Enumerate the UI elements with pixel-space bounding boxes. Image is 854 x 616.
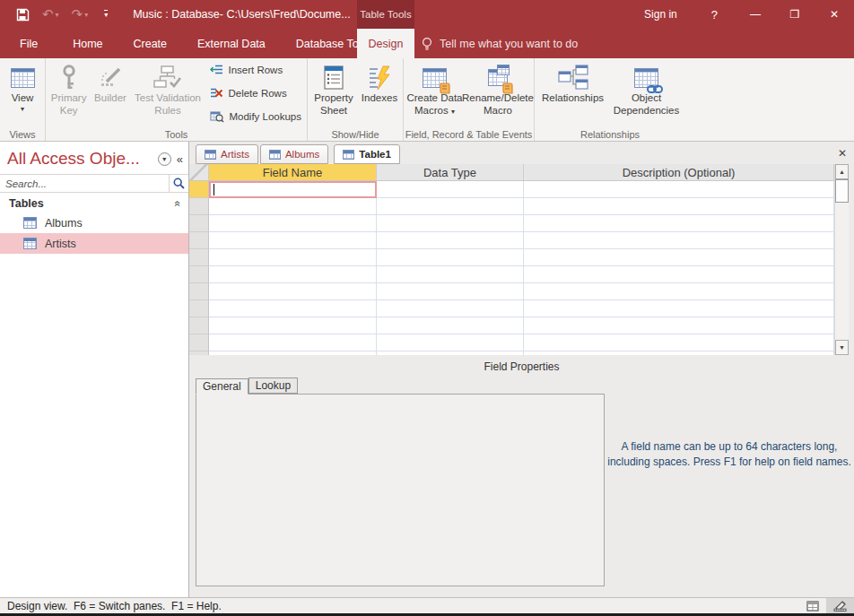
field-name-cell[interactable] xyxy=(209,334,377,351)
tab-general[interactable]: General xyxy=(196,378,248,395)
field-name-cell[interactable] xyxy=(209,215,377,232)
tables-group-label: Tables xyxy=(9,197,175,210)
object-dependencies-button[interactable]: Object Dependencies xyxy=(609,60,684,126)
description-cell[interactable] xyxy=(524,334,834,351)
description-column-header[interactable]: Description (Optional) xyxy=(524,164,834,181)
view-button[interactable]: View ▾ xyxy=(2,60,43,126)
tab-file[interactable]: File xyxy=(0,29,57,58)
close-document-icon[interactable]: ✕ xyxy=(838,147,847,160)
tab-home[interactable]: Home xyxy=(57,29,118,58)
search-input[interactable] xyxy=(0,175,169,192)
scroll-up-icon[interactable]: ▲ xyxy=(835,164,849,179)
row-selector[interactable] xyxy=(189,215,209,232)
field-name-cell[interactable] xyxy=(209,249,377,266)
row-selector[interactable] xyxy=(189,283,209,300)
field-name-cell[interactable] xyxy=(209,283,377,300)
doc-tab-table1[interactable]: Table1 xyxy=(334,144,400,164)
field-name-column-header[interactable]: Field Name xyxy=(209,164,377,181)
tables-group-header[interactable]: Tables « xyxy=(0,193,188,213)
row-selector[interactable] xyxy=(189,300,209,317)
data-type-cell[interactable] xyxy=(377,232,524,249)
row-selector[interactable] xyxy=(189,249,209,266)
redo-button[interactable]: ↷▾ xyxy=(72,6,89,22)
nav-item-albums[interactable]: Albums xyxy=(0,213,188,233)
data-type-cell[interactable] xyxy=(377,198,524,215)
modify-lookups-button[interactable]: Modify Lookups xyxy=(210,110,301,123)
customize-qat-icon[interactable]: ▾ xyxy=(104,10,108,19)
indexes-button[interactable]: Indexes xyxy=(358,60,401,126)
datasheet-view-icon xyxy=(806,601,819,612)
row-selector[interactable] xyxy=(189,181,209,198)
primary-key-button[interactable]: Primary Key xyxy=(48,60,90,126)
row-selector[interactable] xyxy=(189,232,209,249)
sign-in-link[interactable]: Sign in xyxy=(628,8,693,21)
property-sheet-button[interactable]: Property Sheet xyxy=(309,60,358,126)
row-selector[interactable] xyxy=(189,198,209,215)
delete-rows-button[interactable]: Delete Rows xyxy=(210,87,301,99)
data-type-cell[interactable] xyxy=(377,334,524,351)
description-cell[interactable] xyxy=(524,266,834,283)
row-selector[interactable] xyxy=(189,266,209,283)
data-type-cell[interactable] xyxy=(377,215,524,232)
test-validation-rules-button[interactable]: Test Validation Rules xyxy=(131,60,205,126)
close-button[interactable]: ✕ xyxy=(815,0,854,29)
create-data-macros-button[interactable]: Create Data Macros ▾ xyxy=(405,60,464,126)
description-cell[interactable] xyxy=(524,300,834,317)
description-cell[interactable] xyxy=(524,317,834,334)
ribbon-group-frte: Create Data Macros ▾ Rename/Delete Macro… xyxy=(404,58,535,141)
search-button[interactable] xyxy=(169,175,188,192)
field-name-cell[interactable] xyxy=(209,232,377,249)
nav-item-label: Albums xyxy=(45,217,83,230)
field-name-cell-active[interactable] xyxy=(209,181,377,198)
data-type-cell[interactable] xyxy=(377,283,524,300)
insert-rows-button[interactable]: Insert Rows xyxy=(210,64,301,75)
tab-external-data[interactable]: External Data xyxy=(182,29,281,58)
grid-corner-cell xyxy=(189,164,209,181)
vertical-scrollbar[interactable]: ▲ ▼ xyxy=(834,164,849,355)
field-name-cell[interactable] xyxy=(209,300,377,317)
tell-me-box[interactable]: Tell me what you want to do xyxy=(422,29,578,58)
general-properties-panel[interactable] xyxy=(196,394,605,586)
data-type-cell[interactable] xyxy=(377,249,524,266)
data-type-cell[interactable] xyxy=(377,266,524,283)
description-cell[interactable] xyxy=(524,181,834,198)
restore-button[interactable]: ❐ xyxy=(775,0,815,29)
builder-button[interactable]: Builder xyxy=(90,60,130,126)
field-name-cell[interactable] xyxy=(209,266,377,283)
description-cell[interactable] xyxy=(524,283,834,300)
data-type-column-header[interactable]: Data Type xyxy=(377,164,524,181)
minimize-button[interactable]: — xyxy=(736,0,775,29)
description-cell[interactable] xyxy=(524,215,834,232)
undo-button[interactable]: ↶▾ xyxy=(42,6,59,22)
save-icon[interactable] xyxy=(16,8,30,22)
test-validation-icon xyxy=(152,65,183,91)
collapse-group-icon[interactable]: « xyxy=(172,201,185,207)
tab-lookup[interactable]: Lookup xyxy=(248,377,298,394)
description-cell[interactable] xyxy=(524,232,834,249)
data-type-cell[interactable] xyxy=(377,317,524,334)
help-button[interactable]: ? xyxy=(693,8,736,22)
nav-menu-dropdown-icon[interactable]: ▼ xyxy=(158,152,171,166)
description-cell[interactable] xyxy=(524,198,834,215)
data-type-cell[interactable] xyxy=(377,300,524,317)
row-selector[interactable] xyxy=(189,317,209,334)
doc-tab-artists[interactable]: Artists xyxy=(196,144,258,164)
tab-create[interactable]: Create xyxy=(118,29,183,58)
rename-delete-macro-button[interactable]: Rename/Delete Macro xyxy=(464,60,532,126)
nav-item-artists[interactable]: Artists xyxy=(0,233,188,254)
tab-design[interactable]: Design xyxy=(357,29,414,58)
doc-tab-albums[interactable]: Albums xyxy=(260,144,328,164)
data-type-cell[interactable] xyxy=(377,181,524,198)
design-view-button[interactable] xyxy=(826,598,854,613)
description-cell[interactable] xyxy=(524,249,834,266)
undo-icon: ↶ xyxy=(42,6,54,22)
shutter-bar-collapse-icon[interactable]: « xyxy=(177,152,183,166)
datasheet-view-button[interactable] xyxy=(798,598,826,613)
field-name-cell[interactable] xyxy=(209,317,377,334)
relationships-button[interactable]: Relationships xyxy=(536,60,609,126)
scrollbar-thumb[interactable] xyxy=(835,179,849,203)
field-name-cell[interactable] xyxy=(209,198,377,215)
scroll-down-icon[interactable]: ▼ xyxy=(835,340,849,355)
field-properties-tabs: General Lookup xyxy=(196,378,605,394)
row-selector[interactable] xyxy=(189,334,209,351)
